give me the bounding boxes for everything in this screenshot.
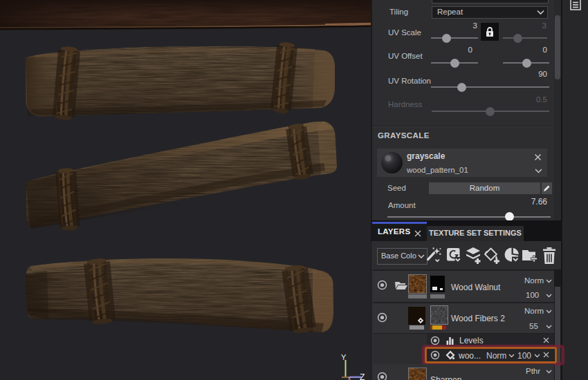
svg-text:Z: Z: [360, 372, 365, 380]
svg-text:x: x: [348, 375, 351, 380]
